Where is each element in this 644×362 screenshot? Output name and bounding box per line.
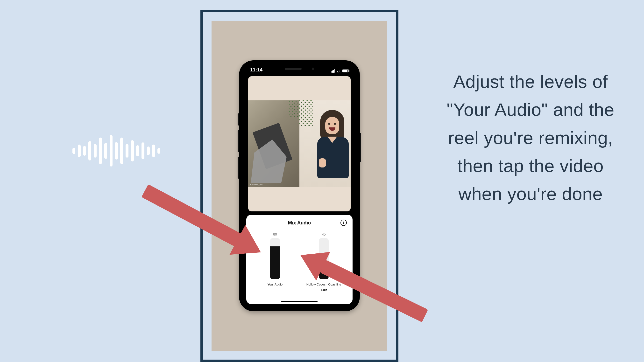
tutorial-frame: 11:14 Summer_tote	[200, 10, 398, 362]
slider-edit-button[interactable]: Edit	[321, 288, 327, 292]
status-time: 11:14	[250, 67, 262, 74]
reel-remix-yours	[300, 100, 350, 187]
soundwave-bar	[152, 145, 155, 157]
cellular-icon	[331, 69, 335, 73]
phone-volume-down	[238, 157, 239, 179]
soundwave-bar	[83, 146, 86, 156]
home-indicator[interactable]	[281, 301, 318, 302]
soundwave-bar	[126, 144, 128, 158]
phone-power-button	[360, 133, 361, 162]
soundwave-bar	[142, 142, 144, 159]
instruction-text: Adjust the levels of "Your Audio" and th…	[441, 67, 620, 208]
slider-value: 45	[322, 232, 326, 236]
slider-track[interactable]	[270, 238, 280, 279]
soundwave-bar	[136, 145, 139, 156]
slider-fill	[270, 246, 280, 279]
battery-icon	[342, 69, 349, 72]
slider-label: Hollow Coves · Coastline	[306, 283, 342, 287]
phone-volume-up	[238, 130, 239, 152]
soundwave-bar	[120, 138, 123, 164]
reel-original-caption: Summer_tote	[250, 183, 263, 186]
info-icon[interactable]: i	[340, 220, 347, 226]
soundwave-icon	[72, 135, 160, 167]
wifi-icon	[336, 69, 341, 72]
soundwave-bar	[99, 138, 102, 164]
soundwave-bar	[94, 144, 96, 158]
soundwave-bar	[131, 140, 134, 161]
status-indicators	[331, 67, 349, 74]
soundwave-bar	[78, 145, 81, 157]
soundwave-bar	[115, 142, 118, 160]
reel-remix-original: Summer_tote	[248, 100, 300, 187]
slider-label: Your Audio	[268, 283, 282, 287]
phone-mute-switch	[238, 113, 239, 125]
soundwave-bar	[88, 141, 91, 160]
phone-notch	[272, 65, 327, 73]
tutorial-frame-bg: 11:14 Summer_tote	[212, 21, 387, 351]
soundwave-bar	[110, 135, 112, 167]
reel-preview[interactable]: Summer_tote	[248, 76, 350, 211]
slider-value: 80	[273, 232, 277, 236]
soundwave-bar	[72, 148, 75, 154]
soundwave-bar	[104, 143, 107, 159]
mix-audio-title: Mix Audio	[288, 220, 311, 226]
soundwave-bar	[158, 148, 160, 154]
soundwave-bar	[147, 146, 150, 155]
